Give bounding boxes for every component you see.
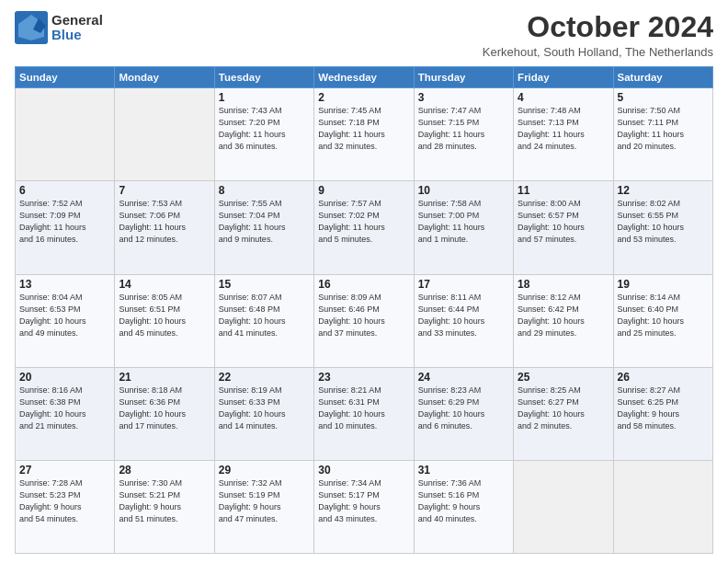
location: Kerkehout, South Holland, The Netherland… <box>483 45 713 59</box>
day-number: 19 <box>618 278 709 291</box>
day-info: Sunrise: 8:27 AMSunset: 6:25 PMDaylight:… <box>618 385 709 432</box>
logo-general: General <box>51 13 103 29</box>
calendar-cell: 19Sunrise: 8:14 AMSunset: 6:40 PMDayligh… <box>613 274 712 367</box>
calendar-cell: 12Sunrise: 8:02 AMSunset: 6:55 PMDayligh… <box>613 181 712 274</box>
day-info: Sunrise: 8:11 AMSunset: 6:44 PMDaylight:… <box>418 292 509 339</box>
calendar-cell: 17Sunrise: 8:11 AMSunset: 6:44 PMDayligh… <box>414 274 513 367</box>
day-info: Sunrise: 7:48 AMSunset: 7:13 PMDaylight:… <box>518 105 609 153</box>
day-info: Sunrise: 7:52 AMSunset: 7:09 PMDaylight:… <box>19 198 110 246</box>
day-info: Sunrise: 7:55 AMSunset: 7:04 PMDaylight:… <box>219 198 310 246</box>
day-number: 30 <box>318 464 409 477</box>
day-number: 16 <box>318 278 409 291</box>
day-number: 14 <box>119 278 210 291</box>
calendar-cell: 16Sunrise: 8:09 AMSunset: 6:46 PMDayligh… <box>314 274 414 367</box>
calendar-cell: 29Sunrise: 7:32 AMSunset: 5:19 PMDayligh… <box>214 460 313 553</box>
generalblue-logo-icon <box>15 11 48 44</box>
calendar-cell <box>613 460 712 553</box>
day-number: 28 <box>119 464 210 477</box>
day-number: 8 <box>219 184 310 197</box>
day-number: 18 <box>518 278 609 291</box>
calendar-cell: 28Sunrise: 7:30 AMSunset: 5:21 PMDayligh… <box>115 460 214 553</box>
month-title: October 2024 <box>483 11 713 43</box>
calendar-week-row: 1Sunrise: 7:43 AMSunset: 7:20 PMDaylight… <box>16 88 713 181</box>
day-info: Sunrise: 8:05 AMSunset: 6:51 PMDaylight:… <box>119 292 210 339</box>
calendar-cell: 6Sunrise: 7:52 AMSunset: 7:09 PMDaylight… <box>16 181 115 274</box>
day-number: 29 <box>219 464 310 477</box>
day-number: 3 <box>418 91 509 104</box>
day-of-week-header: Friday <box>514 67 613 88</box>
day-number: 12 <box>618 184 709 197</box>
calendar-cell: 26Sunrise: 8:27 AMSunset: 6:25 PMDayligh… <box>613 367 712 460</box>
calendar-cell: 1Sunrise: 7:43 AMSunset: 7:20 PMDaylight… <box>214 88 313 181</box>
day-info: Sunrise: 8:07 AMSunset: 6:48 PMDaylight:… <box>219 292 310 339</box>
day-info: Sunrise: 8:12 AMSunset: 6:42 PMDaylight:… <box>518 292 609 339</box>
calendar-cell: 23Sunrise: 8:21 AMSunset: 6:31 PMDayligh… <box>314 367 414 460</box>
calendar-cell <box>115 88 214 181</box>
day-info: Sunrise: 8:25 AMSunset: 6:27 PMDaylight:… <box>518 385 609 432</box>
calendar-cell: 9Sunrise: 7:57 AMSunset: 7:02 PMDaylight… <box>314 181 414 274</box>
logo-blue: Blue <box>51 28 103 43</box>
day-number: 9 <box>318 184 409 197</box>
day-info: Sunrise: 7:57 AMSunset: 7:02 PMDaylight:… <box>318 198 409 246</box>
day-of-week-header: Sunday <box>16 67 115 88</box>
day-info: Sunrise: 7:58 AMSunset: 7:00 PMDaylight:… <box>418 198 509 246</box>
calendar-cell <box>16 88 115 181</box>
day-info: Sunrise: 8:02 AMSunset: 6:55 PMDaylight:… <box>618 198 709 246</box>
calendar-cell: 7Sunrise: 7:53 AMSunset: 7:06 PMDaylight… <box>115 181 214 274</box>
day-number: 21 <box>119 371 210 384</box>
day-number: 24 <box>418 371 509 384</box>
calendar-table: SundayMondayTuesdayWednesdayThursdayFrid… <box>15 66 713 554</box>
logo: General Blue <box>15 11 103 44</box>
day-number: 25 <box>518 371 609 384</box>
day-info: Sunrise: 8:14 AMSunset: 6:40 PMDaylight:… <box>618 292 709 339</box>
calendar-cell: 13Sunrise: 8:04 AMSunset: 6:53 PMDayligh… <box>16 274 115 367</box>
day-number: 7 <box>119 184 210 197</box>
day-number: 2 <box>318 91 409 104</box>
calendar-cell: 4Sunrise: 7:48 AMSunset: 7:13 PMDaylight… <box>514 88 613 181</box>
day-info: Sunrise: 8:19 AMSunset: 6:33 PMDaylight:… <box>219 385 310 432</box>
page: General Blue October 2024 Kerkehout, Sou… <box>0 0 728 563</box>
calendar-cell: 31Sunrise: 7:36 AMSunset: 5:16 PMDayligh… <box>414 460 513 553</box>
day-number: 22 <box>219 371 310 384</box>
day-of-week-header: Tuesday <box>214 67 313 88</box>
calendar-cell <box>514 460 613 553</box>
calendar-cell: 20Sunrise: 8:16 AMSunset: 6:38 PMDayligh… <box>16 367 115 460</box>
day-info: Sunrise: 7:36 AMSunset: 5:16 PMDaylight:… <box>418 477 509 525</box>
calendar-cell: 3Sunrise: 7:47 AMSunset: 7:15 PMDaylight… <box>414 88 513 181</box>
calendar-week-row: 13Sunrise: 8:04 AMSunset: 6:53 PMDayligh… <box>16 274 713 367</box>
calendar-cell: 27Sunrise: 7:28 AMSunset: 5:23 PMDayligh… <box>16 460 115 553</box>
day-info: Sunrise: 7:32 AMSunset: 5:19 PMDaylight:… <box>219 477 310 525</box>
day-info: Sunrise: 7:45 AMSunset: 7:18 PMDaylight:… <box>318 105 409 153</box>
calendar-week-row: 27Sunrise: 7:28 AMSunset: 5:23 PMDayligh… <box>16 460 713 553</box>
day-of-week-header: Saturday <box>613 67 712 88</box>
day-number: 10 <box>418 184 509 197</box>
day-info: Sunrise: 8:09 AMSunset: 6:46 PMDaylight:… <box>318 292 409 339</box>
day-number: 11 <box>518 184 609 197</box>
calendar-cell: 11Sunrise: 8:00 AMSunset: 6:57 PMDayligh… <box>514 181 613 274</box>
calendar-cell: 25Sunrise: 8:25 AMSunset: 6:27 PMDayligh… <box>514 367 613 460</box>
day-info: Sunrise: 7:34 AMSunset: 5:17 PMDaylight:… <box>318 477 409 525</box>
calendar-cell: 8Sunrise: 7:55 AMSunset: 7:04 PMDaylight… <box>214 181 313 274</box>
day-info: Sunrise: 7:53 AMSunset: 7:06 PMDaylight:… <box>119 198 210 246</box>
day-number: 4 <box>518 91 609 104</box>
calendar-cell: 14Sunrise: 8:05 AMSunset: 6:51 PMDayligh… <box>115 274 214 367</box>
day-number: 31 <box>418 464 509 477</box>
calendar-cell: 18Sunrise: 8:12 AMSunset: 6:42 PMDayligh… <box>514 274 613 367</box>
day-number: 26 <box>618 371 709 384</box>
calendar-cell: 15Sunrise: 8:07 AMSunset: 6:48 PMDayligh… <box>214 274 313 367</box>
day-number: 1 <box>219 91 310 104</box>
day-number: 20 <box>19 371 110 384</box>
day-of-week-header: Monday <box>115 67 214 88</box>
day-info: Sunrise: 7:43 AMSunset: 7:20 PMDaylight:… <box>219 105 310 153</box>
logo-text: General Blue <box>51 13 103 43</box>
day-info: Sunrise: 7:28 AMSunset: 5:23 PMDaylight:… <box>19 477 110 525</box>
day-info: Sunrise: 7:50 AMSunset: 7:11 PMDaylight:… <box>618 105 709 153</box>
day-info: Sunrise: 8:00 AMSunset: 6:57 PMDaylight:… <box>518 198 609 246</box>
calendar-cell: 5Sunrise: 7:50 AMSunset: 7:11 PMDaylight… <box>613 88 712 181</box>
day-info: Sunrise: 8:23 AMSunset: 6:29 PMDaylight:… <box>418 385 509 432</box>
calendar-week-row: 6Sunrise: 7:52 AMSunset: 7:09 PMDaylight… <box>16 181 713 274</box>
calendar-cell: 2Sunrise: 7:45 AMSunset: 7:18 PMDaylight… <box>314 88 414 181</box>
day-number: 15 <box>219 278 310 291</box>
calendar-cell: 22Sunrise: 8:19 AMSunset: 6:33 PMDayligh… <box>214 367 313 460</box>
calendar-header-row: SundayMondayTuesdayWednesdayThursdayFrid… <box>16 67 713 88</box>
